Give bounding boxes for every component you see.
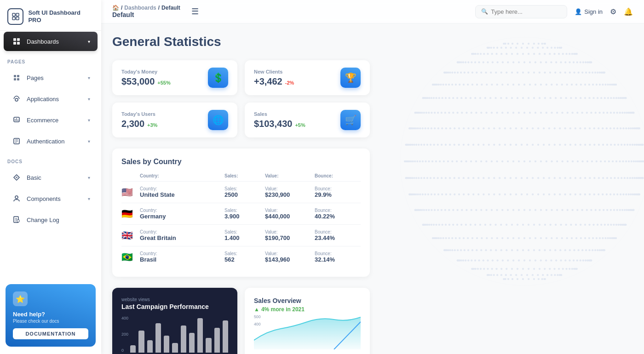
search-box[interactable]: 🔍 (475, 5, 567, 18)
svg-point-303 (592, 249, 593, 251)
svg-point-1846 (506, 53, 507, 55)
svg-point-601 (426, 209, 427, 211)
svg-point-1192 (636, 127, 638, 129)
svg-point-593 (414, 209, 416, 211)
svg-point-1548 (613, 97, 615, 99)
svg-point-1494 (426, 97, 428, 99)
svg-point-386 (507, 237, 509, 239)
svg-point-624 (529, 209, 531, 211)
sidebar-item-basic[interactable]: Basic ▾ (4, 168, 98, 187)
user-icon: 👤 (575, 8, 582, 15)
svg-point-718 (408, 194, 410, 195)
svg-point-1730 (528, 72, 529, 74)
svg-point-543 (610, 209, 612, 211)
svg-point-1473 (511, 97, 513, 99)
svg-point-1448 (620, 97, 621, 99)
svg-point-573 (461, 209, 463, 211)
svg-point-759 (564, 194, 566, 195)
svg-point-1705 (444, 72, 446, 74)
svg-point-647 (626, 209, 628, 211)
svg-point-1878 (554, 53, 556, 55)
svg-point-1643 (566, 84, 568, 86)
sidebar-item-applications[interactable]: Applications ▾ (4, 89, 98, 108)
svg-point-1017 (507, 160, 509, 162)
svg-point-1379 (414, 112, 416, 114)
sidebar-item-ecommerce[interactable]: Ecommerce ▾ (4, 110, 98, 130)
signin-button[interactable]: 👤 Sign in (575, 8, 603, 15)
svg-point-267 (444, 249, 446, 251)
svg-point-1283 (510, 127, 512, 129)
svg-point-251 (480, 249, 482, 251)
sidebar-item-authentication[interactable]: Authentication ▾ (4, 131, 98, 151)
svg-point-1219 (532, 127, 534, 129)
svg-point-630 (562, 209, 564, 211)
svg-point-1004 (443, 160, 445, 162)
svg-point-1406 (496, 112, 498, 114)
svg-point-1773 (512, 62, 514, 63)
svg-point-1323 (629, 112, 631, 114)
svg-point-35 (512, 278, 513, 280)
svg-point-304 (594, 249, 596, 251)
menu-icon[interactable]: ☰ (191, 6, 199, 17)
sidebar-item-dashboards[interactable]: Dashboards ▾ (4, 32, 98, 51)
value-val-us: $230,900 (265, 191, 311, 198)
svg-point-22 (541, 278, 543, 280)
svg-point-1116 (408, 144, 410, 146)
sales-by-country-title: Sales by Country (121, 158, 361, 166)
breadcrumb-sep2: / (158, 5, 160, 11)
svg-point-74 (521, 274, 523, 276)
svg-point-1767 (545, 62, 547, 63)
documentation-button[interactable]: DOCUMENTATION (13, 328, 88, 339)
settings-icon[interactable]: ⚙ (610, 7, 616, 16)
svg-point-518 (604, 224, 606, 226)
svg-point-139 (569, 268, 570, 270)
search-input[interactable] (491, 8, 561, 15)
svg-point-999 (425, 160, 427, 162)
svg-point-127 (511, 268, 513, 270)
sidebar-item-components[interactable]: Components ▾ (4, 189, 98, 208)
svg-point-568 (486, 209, 488, 211)
svg-point-1763 (564, 62, 566, 63)
svg-point-395 (556, 237, 558, 239)
svg-point-713 (414, 194, 415, 195)
sidebar-item-pages[interactable]: Pages ▾ (4, 68, 98, 87)
svg-point-949 (540, 160, 542, 162)
breadcrumb-dashboards[interactable]: Dashboards (124, 5, 156, 11)
bar-11 (223, 320, 228, 353)
svg-point-1657 (612, 84, 614, 86)
sales-label-us: Sales: (224, 186, 261, 191)
svg-point-276 (464, 249, 466, 251)
svg-point-1611 (432, 84, 434, 86)
col-header-country: Country: (140, 173, 221, 178)
svg-point-1492 (431, 97, 432, 99)
bell-icon[interactable]: 🔔 (624, 7, 633, 16)
svg-point-152 (576, 260, 578, 262)
svg-point-84 (560, 274, 562, 276)
svg-point-302 (589, 249, 591, 251)
svg-point-1675 (569, 72, 571, 74)
basic-icon (11, 172, 22, 183)
svg-point-1098 (467, 144, 469, 146)
svg-point-1491 (433, 97, 435, 99)
svg-point-591 (414, 209, 416, 211)
svg-point-958 (491, 160, 493, 162)
svg-point-699 (458, 194, 460, 195)
svg-point-1861 (475, 53, 477, 55)
svg-point-1879 (558, 53, 560, 55)
svg-point-1428 (606, 112, 608, 114)
ecommerce-icon (11, 114, 22, 126)
svg-point-1079 (569, 144, 571, 146)
svg-point-1153 (515, 144, 517, 146)
home-icon[interactable]: 🏠 (112, 5, 119, 11)
country-label-gb: Country: (140, 229, 221, 234)
svg-point-813 (548, 177, 550, 179)
svg-point-668 (613, 194, 615, 195)
applications-chevron-icon: ▾ (88, 97, 90, 102)
svg-point-1353 (501, 112, 503, 114)
svg-point-1710 (446, 72, 448, 74)
svg-point-129 (522, 268, 524, 270)
svg-point-1282 (504, 127, 506, 129)
svg-point-1687 (506, 72, 507, 74)
sidebar-item-changelog[interactable]: Change Log (4, 210, 98, 229)
svg-point-846 (408, 177, 410, 179)
